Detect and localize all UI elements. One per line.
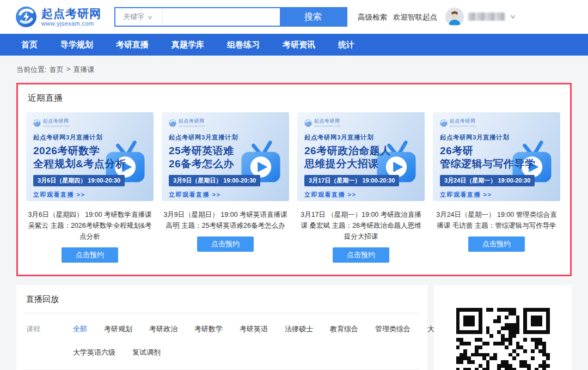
category-cet6[interactable]: 大学英语六级 [73,348,115,357]
recent-live-title: 近期直播 [28,93,562,104]
live-desc-english: 3月9日（星期日） 19:00 考研英语直播课 高明 主题：25考研英语难26备… [162,209,289,263]
card-plan-label: 起点考研网3月直播计划 [440,134,560,142]
live-description: 3月17日 （星期一）19:00 考研政治直播课 桑宏斌 主题：26考研政治命题… [297,209,425,242]
live-desc-management: 3月24日（星期一） 19:00 管理类综合直播课 毛访蔷 主题：管综逻辑与写作… [433,209,560,263]
category-all[interactable]: 全部 [73,324,87,334]
user-menu-chevron-icon[interactable]: ∨ [510,13,516,20]
card-schedule-badge: 3月6日（星期四） 19:00-20:30 [33,175,125,186]
avatar-person-icon [445,8,464,26]
watch-live-link[interactable]: 立即观看直播 >> [440,191,560,199]
reserve-button[interactable]: 点击预约 [197,236,254,252]
keyword-dropdown-label: 关键字 [123,12,144,22]
main-nav: 首页 导学规划 考研直播 真题学库 组卷练习 考研资讯 统计 [0,34,588,56]
nav-item-paper-practice[interactable]: 组卷练习 [216,34,271,56]
keyword-dropdown[interactable]: 关键字 ∨ [115,8,162,26]
watch-live-link[interactable]: 立即观看直播 >> [169,191,289,199]
nav-item-statistics[interactable]: 统计 [327,34,366,56]
nav-item-live[interactable]: 考研直播 [105,34,160,56]
lower-content: 直播回放 课程 全部 考研规划 考研政治 考研数学 考研英语 法律硕士 教育综合… [16,285,572,370]
user-avatar[interactable] [445,8,464,26]
search-input[interactable] [162,8,280,26]
search-bar: 关键字 ∨ 搜索 [114,7,347,27]
recent-live-section: 近期直播 起点考研网 www.yjsexam.com 起点考研网3月直播计划 2… [16,83,572,276]
card-watermark-logo: 起点考研网 www.yjsexam.com [304,119,425,128]
breadcrumb-prefix: 当前位置: [16,65,47,75]
reserve-button[interactable]: 点击预约 [468,236,525,252]
card-watermark-logo: 起点考研网 www.yjsexam.com [33,119,154,128]
card-plan-label: 起点考研网3月直播计划 [169,134,289,142]
card-schedule-badge: 3月9日（星期日） 19:00-20:30 [169,175,260,186]
welcome-text: 欢迎智联起点 [393,13,437,22]
search-button[interactable]: 搜索 [280,8,346,26]
watch-live-link[interactable]: 立即观看直播 >> [33,191,154,199]
live-card-politics[interactable]: 起点考研网 www.yjsexam.com 起点考研网3月直播计划 26考研政治… [297,112,425,201]
reserve-button[interactable]: 点击预约 [333,247,389,263]
qr-code [456,308,550,370]
category-english[interactable]: 考研英语 [240,324,268,334]
card-watermark-logo: 起点考研网 www.yjsexam.com [440,119,560,128]
category-education[interactable]: 教育综合 [330,324,358,334]
live-description: 3月6日（星期四） 19:00 考研数学直播课 吴紫云 主题：2026考研数学全… [26,209,154,242]
advanced-search-link[interactable]: 高级检索 [358,13,387,22]
breadcrumb: 当前位置: 首页 > 直播课 [0,56,588,81]
live-card-management[interactable]: 起点考研网 www.yjsexam.com 起点考研网3月直播计划 26考研 管… [433,112,560,201]
reserve-button[interactable]: 点击预约 [62,247,118,263]
card-title: 26考研 管综逻辑与写作导学 [440,144,560,171]
course-filter: 课程 全部 考研规划 考研政治 考研数学 考研英语 法律硕士 教育综合 管理类综… [26,324,418,357]
nav-item-question-bank[interactable]: 真题学库 [160,34,216,56]
category-math[interactable]: 考研数学 [194,324,223,334]
breadcrumb-home[interactable]: 首页 [50,65,64,75]
card-plan-label: 起点考研网3月直播计划 [304,134,425,142]
live-cards-row: 起点考研网 www.yjsexam.com 起点考研网3月直播计划 2026考研… [26,112,562,201]
chevron-down-icon: ∨ [148,14,153,20]
nav-item-guide-plan[interactable]: 导学规划 [49,34,105,56]
nav-item-home[interactable]: 首页 [10,34,49,56]
category-politics[interactable]: 考研政治 [149,324,177,334]
watch-live-link[interactable]: 立即观看直播 >> [304,191,425,199]
header: 起点考研网 www.yjsexam.com 关键字 ∨ 搜索 高级检索 欢迎智联… [0,0,588,34]
category-management[interactable]: 管理类综合 [375,324,411,334]
live-desc-politics: 3月17日 （星期一）19:00 考研政治直播课 桑宏斌 主题：26考研政治命题… [297,209,425,263]
card-watermark-logo: 起点考研网 www.yjsexam.com [169,119,289,128]
logo-sphere-icon [15,6,37,28]
live-card-math[interactable]: 起点考研网 www.yjsexam.com 起点考研网3月直播计划 2026考研… [26,112,154,201]
breadcrumb-separator: > [66,65,71,75]
breadcrumb-current: 直播课 [73,65,94,75]
live-descriptions-row: 3月6日（星期四） 19:00 考研数学直播课 吴紫云 主题：2026考研数学全… [26,209,562,263]
site-name: 起点考研网 [41,8,101,19]
live-description: 3月24日（星期一） 19:00 管理类综合直播课 毛访蔷 主题：管综逻辑与写作… [433,209,560,231]
card-schedule-badge: 3月24日（星期一） 19:00-20:30 [440,175,535,186]
card-title: 25考研英语难 26备考怎么办 [169,144,289,171]
live-description: 3月9日（星期日） 19:00 考研英语直播课 高明 主题：25考研英语难26备… [162,209,289,231]
site-domain: www.yjsexam.com [41,21,101,27]
username-blurred[interactable] [468,13,505,21]
nav-item-news[interactable]: 考研资讯 [271,34,327,56]
site-logo[interactable]: 起点考研网 www.yjsexam.com [15,6,101,28]
card-schedule-badge: 3月17日（星期一） 19:00-20:30 [304,175,399,186]
qr-panel [434,285,572,370]
card-title: 26考研政治命题人 思维提分大招课 [304,144,425,171]
category-planning[interactable]: 考研规划 [104,324,132,334]
replay-title: 直播回放 [26,294,418,305]
live-card-english[interactable]: 起点考研网 www.yjsexam.com 起点考研网3月直播计划 25考研英语… [162,112,289,201]
card-title: 2026考研数学 全程规划&考点分析 [33,144,154,171]
filter-label: 课程 [26,324,54,357]
category-law[interactable]: 法律硕士 [285,324,313,334]
live-desc-math: 3月6日（星期四） 19:00 考研数学直播课 吴紫云 主题：2026考研数学全… [26,209,154,263]
card-plan-label: 起点考研网3月直播计划 [33,134,154,142]
category-retest[interactable]: 复试调剂 [132,348,161,357]
replay-section: 直播回放 课程 全部 考研规划 考研政治 考研数学 考研英语 法律硕士 教育综合… [16,285,427,370]
